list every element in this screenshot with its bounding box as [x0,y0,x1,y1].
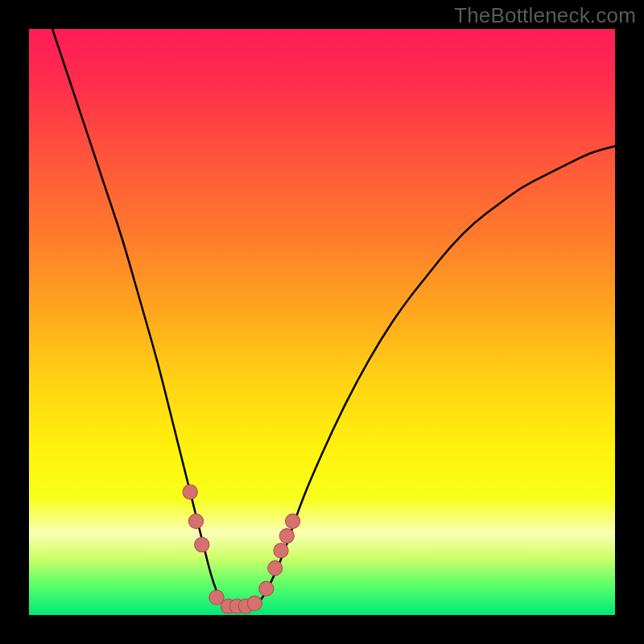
chart-frame: TheBottleneck.com [0,0,644,644]
watermark-text: TheBottleneck.com [454,3,636,28]
curve-marker [183,485,197,499]
curve-marker [279,529,294,543]
curve-marker [268,561,283,576]
curve-layer [29,29,615,615]
curve-marker [274,543,288,558]
marker-group [183,485,300,613]
curve-marker [188,514,203,528]
curve-marker [259,581,274,596]
curve-marker [195,538,209,552]
curve-marker [247,596,262,610]
plot-area [29,29,615,615]
curve-marker [286,514,300,528]
bottleneck-curve [52,29,615,609]
